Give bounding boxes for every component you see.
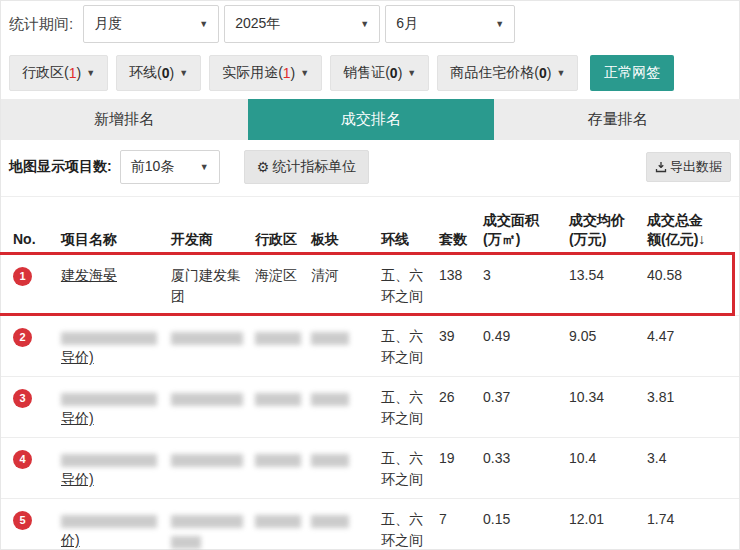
units-cell: 138 [439,265,483,286]
period-type-select[interactable]: 月度 ▼ [83,5,219,43]
rank-cell: 3 [13,387,61,408]
chevron-down-icon: ▼ [407,68,416,78]
unit-settings-label: 统计指标单位 [272,158,356,176]
ring-cell: 五、六环之间 [381,387,439,429]
filter-label-close: ) [76,65,81,81]
table-row-5: 5价)五、六环之间70.1512.011.74 [1,499,739,550]
normal-sign-button[interactable]: 正常网签 [590,55,674,91]
chevron-down-icon: ▼ [199,19,208,29]
filter-count: 1 [69,65,77,81]
rank-badge: 1 [13,267,32,286]
header-cell-5: 板块 [311,230,381,249]
filter-count: 0 [162,65,170,81]
ring-cell: 五、六环之间 [381,509,439,550]
project-name-link[interactable]: 价) [61,532,80,548]
table-header-row: No.项目名称开发商行政区板块环线套数成交面积(万㎡)成交均价(万元)成交总金额… [1,197,739,255]
ring-cell: 五、六环之间 [381,326,439,368]
export-data-button[interactable]: 导出数据 [646,152,731,182]
block-cell: 清河 [311,265,381,286]
filter-count: 0 [539,65,547,81]
filter-count: 1 [283,65,291,81]
district-cell [255,326,311,347]
redacted-district [255,393,301,406]
header-cell-8: 成交面积(万㎡) [483,211,569,249]
redacted-developer [171,515,243,528]
toolbar: 地图显示项目数: 前10条 ▼ ⚙ 统计指标单位 导出数据 [1,140,739,186]
period-year-select[interactable]: 2025年 ▼ [224,5,380,43]
ranking-tabs: 新增排名成交排名存量排名 [1,99,740,140]
tab-1[interactable]: 新增排名 [1,99,248,140]
period-year-value: 2025年 [235,15,280,33]
avg-price-cell: 12.01 [569,509,647,530]
header-cell-4: 行政区 [255,230,311,249]
filter-button-3[interactable]: 实际用途(1)▼ [209,55,322,91]
map-count-select[interactable]: 前10条 ▼ [120,150,220,184]
filter-button-2[interactable]: 环线(0)▼ [116,55,201,91]
redacted-project-name [61,454,157,467]
units-cell: 19 [439,448,483,469]
redacted-project-name [61,332,157,345]
header-cell-9: 成交均价(万元) [569,211,647,249]
redacted-developer [171,393,243,406]
header-cell-10[interactable]: 成交总金额(亿元)↓ [647,211,739,249]
ranking-table: No.项目名称开发商行政区板块环线套数成交面积(万㎡)成交均价(万元)成交总金额… [1,196,739,550]
filter-label-close: ) [291,65,296,81]
redacted-project-name [61,515,157,528]
chevron-down-icon: ▼ [300,68,309,78]
project-name-cell: 导价) [61,387,171,429]
period-type-value: 月度 [94,15,122,33]
table-row-4: 4导价)五、六环之间190.3310.43.4 [1,438,739,499]
developer-cell [171,448,255,469]
export-data-label: 导出数据 [670,158,722,176]
redacted-block [311,515,349,528]
avg-price-cell: 13.54 [569,265,647,286]
developer-cell [171,326,255,347]
avg-price-cell: 10.34 [569,387,647,408]
header-cell-2: 项目名称 [61,230,171,249]
app-page: 统计期间: 月度 ▼ 2025年 ▼ 6月 ▼ 行政区(1)▼环线(0)▼实际用… [0,0,740,550]
table-row-1: 1建发海晏厦门建发集团海淀区清河五、六环之间138313.5440.58 [1,255,739,316]
ring-cell: 五、六环之间 [381,448,439,490]
rank-badge: 4 [13,450,32,469]
developer-cell [171,387,255,408]
project-name-link[interactable]: 导价) [61,349,94,365]
district-cell [255,448,311,469]
sort-desc-icon: ↓ [698,231,705,247]
area-cell: 0.37 [483,387,569,408]
filter-button-4[interactable]: 销售证(0)▼ [330,55,429,91]
unit-settings-button[interactable]: ⚙ 统计指标单位 [244,150,370,184]
table-row-2: 2导价)五、六环之间390.499.054.47 [1,316,739,377]
project-name-cell: 导价) [61,448,171,490]
rank-badge: 5 [13,511,32,530]
gear-icon: ⚙ [257,159,270,175]
tab-2[interactable]: 成交排名 [248,99,495,140]
project-name-link[interactable]: 导价) [61,410,94,426]
block-cell [311,387,381,408]
project-name-cell: 导价) [61,326,171,368]
tab-3[interactable]: 存量排名 [494,99,740,140]
table-row-3: 3导价)五、六环之间260.3710.343.81 [1,377,739,438]
filter-label: 环线( [129,64,162,82]
redacted-project-name [61,393,157,406]
period-month-select[interactable]: 6月 ▼ [385,5,515,43]
area-cell: 0.49 [483,326,569,347]
table-body: 1建发海晏厦门建发集团海淀区清河五、六环之间138313.5440.582导价)… [1,255,739,550]
map-count-label: 地图显示项目数: [9,158,112,176]
filter-label-close: ) [170,65,175,81]
header-cell-1: No. [13,230,61,249]
total-amount-cell: 4.47 [647,326,739,347]
block-cell [311,448,381,469]
chevron-down-icon: ▼ [556,68,565,78]
period-month-value: 6月 [396,15,418,33]
project-name-link[interactable]: 导价) [61,471,94,487]
rank-badge: 3 [13,389,32,408]
filter-button-1[interactable]: 行政区(1)▼ [9,55,108,91]
filter-button-5[interactable]: 商品住宅价格(0)▼ [437,55,578,91]
block-cell [311,326,381,347]
redacted-block [311,332,349,345]
units-cell: 26 [439,387,483,408]
filter-count: 0 [390,65,398,81]
project-name-link[interactable]: 建发海晏 [61,267,117,283]
district-cell [255,509,311,530]
filter-label-close: ) [547,65,552,81]
